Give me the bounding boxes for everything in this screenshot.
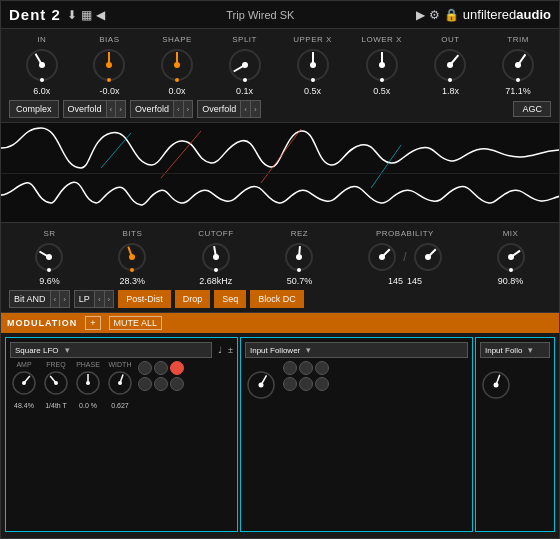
rez-knob[interactable] [282,240,316,274]
drop-btn[interactable]: Drop [175,290,211,308]
route-btn-6[interactable] [170,377,184,391]
out-knob-group: OUT 1.8x [431,35,469,96]
arrow-right-nav-icon[interactable]: ▶ [416,8,425,22]
grid-icon[interactable]: ▦ [81,8,92,22]
trim-knob[interactable] [499,46,537,84]
lower-x-label: LOWER X [361,35,401,44]
mute-all-btn[interactable]: MUTE ALL [109,316,163,330]
routing-buttons-1 [138,361,184,391]
seq-btn[interactable]: Seq [214,290,246,308]
mod-panels: Square LFO ▾ ♩ ± AMP [1,333,559,536]
out-knob[interactable] [431,46,469,84]
probability-knob1[interactable] [365,240,399,274]
block-dc-btn[interactable]: Block DC [250,290,304,308]
overfold2-right-arrow[interactable]: › [183,101,193,117]
width-knob[interactable] [106,369,134,401]
svg-point-17 [380,78,384,82]
trim-knob-group: TRIM 71.1% [499,35,537,96]
in-value: 6.0x [33,86,50,96]
bits-value: 28.3% [120,276,146,286]
input-follower-knob[interactable] [245,369,277,405]
shape-knob[interactable] [158,46,196,84]
route2-btn-6[interactable] [315,377,329,391]
overfold1-left-arrow[interactable]: ‹ [106,101,116,117]
input-follower-knob-2[interactable] [480,369,550,405]
split-label: SPLIT [232,35,257,44]
amp-knob[interactable] [10,369,38,401]
overfold3-right-arrow[interactable]: › [250,101,260,117]
bias-knob[interactable] [90,46,128,84]
route-btn-2[interactable] [154,361,168,375]
probability-value1: 145 [388,276,403,286]
cutoff-value: 2.68kHz [199,276,232,286]
header-icons: ⬇ ▦ ◀ [67,8,105,22]
in-knob[interactable] [23,46,61,84]
out-label: OUT [441,35,459,44]
mod-type-selector-3[interactable]: Input Follo ▾ [480,342,550,358]
svg-point-10 [242,62,248,68]
bit-and-left-arrow[interactable]: ‹ [50,291,60,307]
overfold3-left-arrow[interactable]: ‹ [240,101,250,117]
bit-and-right-arrow[interactable]: › [59,291,69,307]
probability-knob2[interactable] [411,240,445,274]
bits-knob[interactable] [115,240,149,274]
mix-knob[interactable] [494,240,528,274]
route2-btn-2[interactable] [299,361,313,375]
bottom-knob-row: SR 9.6% BITS [9,229,551,286]
complex-btn[interactable]: Complex [9,100,59,118]
lock-icon[interactable]: 🔒 [444,8,459,22]
split-value: 0.1x [236,86,253,96]
chevron-down-icon-2: ▾ [306,345,311,355]
probability-group: PROBABILITY / [365,229,444,286]
agc-btn[interactable]: AGC [513,101,551,117]
route2-btn-3[interactable] [315,361,329,375]
bits-label: BITS [122,229,142,238]
upper-x-value: 0.5x [304,86,321,96]
note-icon[interactable]: ♩ [218,345,222,355]
lp-left-arrow[interactable]: ‹ [94,291,104,307]
svg-point-38 [296,254,302,260]
arrow-left-icon[interactable]: ◀ [96,8,105,22]
chevron-down-icon-1: ▾ [65,345,70,355]
route-btn-5[interactable] [154,377,168,391]
freq-knob[interactable] [42,369,70,401]
cutoff-label: CUTOFF [198,229,233,238]
download-icon[interactable]: ⬇ [67,8,77,22]
add-modulator-btn[interactable]: + [85,316,100,330]
mod-panel-2-body [245,361,468,527]
plusminus-icon[interactable]: ± [228,345,233,355]
route-btn-3[interactable] [170,361,184,375]
mod-type-selector-1[interactable]: Square LFO ▾ [10,342,212,358]
route2-btn-4[interactable] [283,377,297,391]
sr-knob[interactable] [32,240,66,274]
svg-point-35 [213,254,219,260]
phase-knob[interactable] [74,369,102,401]
overfold1-right-arrow[interactable]: › [115,101,125,117]
route2-btn-5[interactable] [299,377,313,391]
bit-and-label: Bit AND [10,294,50,304]
route2-btn-1[interactable] [283,361,297,375]
route-btn-4[interactable] [138,377,152,391]
overfold2-left-arrow[interactable]: ‹ [173,101,183,117]
route-btn-1[interactable] [138,361,152,375]
split-knob[interactable] [226,46,264,84]
cutoff-knob-group: CUTOFF 2.68kHz [198,229,233,286]
lower-x-knob-group: LOWER X 0.5x [361,35,401,96]
settings-icon[interactable]: ⚙ [429,8,440,22]
rez-knob-group: REZ 50.7% [282,229,316,286]
cutoff-knob[interactable] [199,240,233,274]
lp-right-arrow[interactable]: › [104,291,114,307]
lower-x-knob[interactable] [363,46,401,84]
post-dist-btn[interactable]: Post-Dist [118,290,171,308]
lp-label: LP [75,294,94,304]
probability-slash: / [403,250,406,264]
mod-type-selector-2[interactable]: Input Follower ▾ [245,342,468,358]
svg-point-36 [214,268,218,272]
mod-knobs-row-1: AMP 48.4% FREQ [10,361,134,409]
bits-knob-group: BITS 28.3% [115,229,149,286]
svg-point-11 [243,78,247,82]
svg-point-2 [40,78,44,82]
waveform-section [1,123,559,223]
upper-x-knob[interactable] [294,46,332,84]
amp-value: 48.4% [14,402,34,409]
